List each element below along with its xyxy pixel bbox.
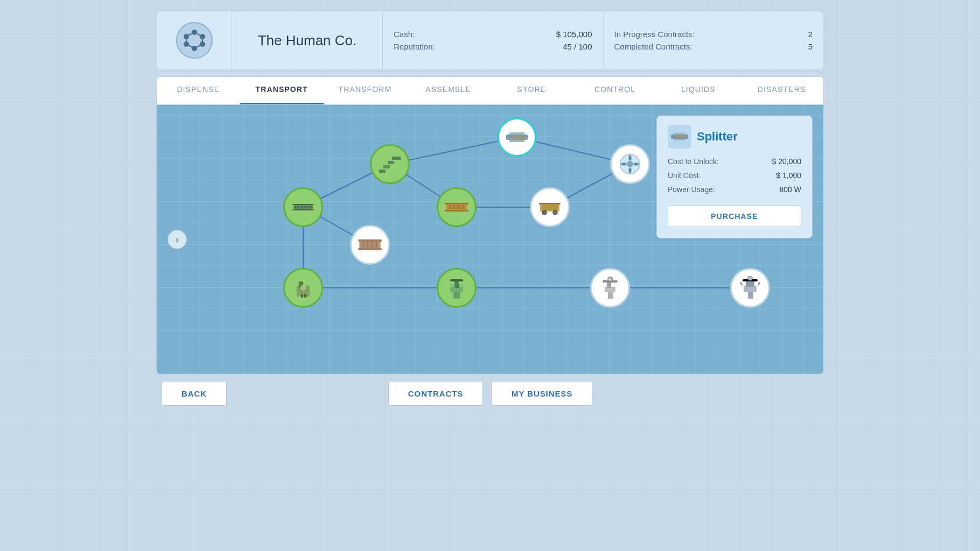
svg-rect-33 — [379, 169, 386, 173]
in-progress-label: In Progress Contracts: — [614, 30, 695, 39]
svg-rect-60 — [445, 210, 468, 211]
completed-row: Completed Contracts: 5 — [614, 42, 813, 51]
node-crane[interactable] — [437, 268, 477, 308]
node-splitter[interactable] — [497, 117, 537, 157]
reputation-value: 45 / 100 — [563, 42, 592, 51]
svg-rect-28 — [304, 206, 306, 208]
svg-point-64 — [553, 210, 557, 215]
svg-rect-34 — [383, 165, 390, 168]
contracts-button[interactable]: CONTRACTS — [388, 381, 483, 406]
logo-section — [157, 11, 232, 69]
svg-rect-42 — [521, 136, 523, 139]
node-stairs-conveyor[interactable] — [370, 144, 410, 184]
svg-rect-31 — [292, 204, 314, 205]
svg-rect-74 — [450, 279, 463, 281]
svg-rect-41 — [517, 136, 519, 139]
company-name: The Human Co. — [232, 11, 383, 69]
reputation-label: Reputation: — [394, 42, 435, 51]
tab-liquids[interactable]: LIQUIDS — [657, 77, 740, 104]
node-belt-conveyor[interactable] — [283, 187, 323, 227]
svg-rect-62 — [542, 205, 557, 210]
svg-rect-65 — [539, 203, 561, 204]
tab-transform[interactable]: TRANSFORM — [324, 77, 407, 104]
bottom-center-buttons: CONTRACTS MY BUSINESS — [388, 381, 592, 406]
tab-disasters[interactable]: DISASTERS — [740, 77, 823, 104]
company-logo-icon — [176, 22, 213, 59]
svg-point-44 — [627, 161, 633, 167]
completed-label: Completed Contracts: — [614, 42, 692, 51]
svg-rect-25 — [295, 206, 297, 208]
svg-rect-69 — [301, 294, 303, 298]
main-panel: DISPENSE TRANSPORT TRANSFORM ASSEMBLE ST… — [156, 76, 824, 375]
svg-rect-59 — [445, 203, 468, 204]
node-cart[interactable] — [530, 187, 570, 227]
svg-rect-32 — [292, 209, 314, 210]
node-advanced-robot[interactable] — [730, 268, 770, 308]
cash-value: $ 105,000 — [556, 30, 592, 39]
header-stats-left: Cash: $ 105,000 Reputation: 45 / 100 — [383, 11, 604, 69]
node-roller[interactable] — [350, 225, 390, 265]
svg-point-0 — [177, 23, 212, 58]
tab-store[interactable]: STORE — [490, 77, 573, 104]
node-fan[interactable] — [610, 144, 650, 184]
svg-rect-52 — [358, 248, 382, 250]
node-robot-arm[interactable] — [590, 268, 630, 308]
tab-transport[interactable]: TRANSPORT — [240, 77, 324, 104]
svg-rect-26 — [298, 206, 300, 208]
svg-point-63 — [542, 210, 547, 215]
svg-rect-35 — [388, 161, 394, 164]
tech-tree-area: › — [157, 105, 823, 374]
svg-rect-29 — [307, 206, 310, 208]
svg-rect-73 — [454, 280, 459, 288]
header-stats-right: In Progress Contracts: 2 Completed Contr… — [604, 11, 824, 69]
header: The Human Co. Cash: $ 105,000 Reputation… — [156, 11, 824, 70]
svg-rect-27 — [301, 206, 303, 208]
svg-rect-51 — [358, 239, 382, 242]
svg-point-75 — [451, 284, 454, 287]
bottom-bar: BACK CONTRACTS MY BUSINESS — [156, 381, 824, 406]
nav-arrow-left[interactable]: › — [167, 230, 187, 249]
completed-value: 5 — [808, 42, 813, 51]
svg-point-87 — [748, 276, 752, 280]
connections-svg — [157, 105, 823, 374]
node-small-machine[interactable] — [283, 268, 323, 308]
in-progress-row: In Progress Contracts: 2 — [614, 30, 813, 39]
svg-rect-39 — [509, 140, 524, 142]
tab-dispense[interactable]: DISPENSE — [157, 77, 240, 104]
svg-point-68 — [300, 285, 306, 291]
company-name-text: The Human Co. — [258, 32, 357, 49]
svg-rect-77 — [608, 291, 613, 299]
svg-rect-40 — [513, 136, 515, 139]
svg-rect-71 — [453, 291, 460, 299]
back-button[interactable]: BACK — [162, 381, 227, 406]
svg-point-76 — [459, 284, 463, 287]
svg-rect-38 — [509, 132, 524, 135]
my-business-button[interactable]: MY BUSINESS — [492, 381, 592, 406]
reputation-row: Reputation: 45 / 100 — [394, 42, 592, 51]
svg-rect-83 — [748, 291, 753, 299]
svg-rect-30 — [311, 206, 313, 208]
tab-control[interactable]: CONTROL — [573, 77, 657, 104]
node-flat-conveyor[interactable] — [437, 187, 477, 227]
cash-row: Cash: $ 105,000 — [394, 30, 592, 39]
svg-rect-36 — [392, 157, 401, 160]
svg-rect-70 — [304, 294, 306, 298]
cash-label: Cash: — [394, 30, 415, 39]
in-progress-value: 2 — [808, 30, 813, 39]
tab-assemble[interactable]: ASSEMBLE — [407, 77, 490, 104]
tabs-bar: DISPENSE TRANSPORT TRANSFORM ASSEMBLE ST… — [157, 77, 823, 105]
